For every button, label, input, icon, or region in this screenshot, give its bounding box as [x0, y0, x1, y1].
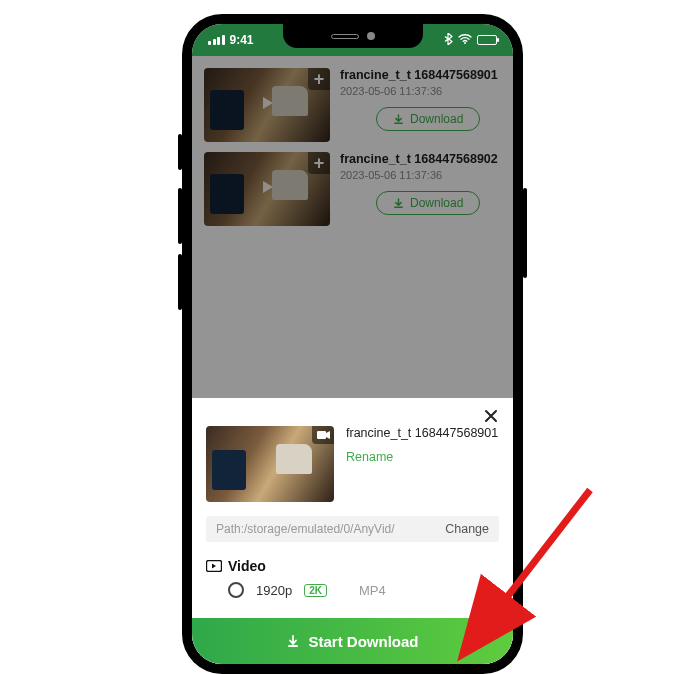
mute-switch [178, 134, 182, 170]
rename-button[interactable]: Rename [346, 450, 393, 464]
path-display: Path:/storage/emulated/0/AnyVid/ [216, 522, 445, 536]
wifi-icon [458, 34, 472, 46]
sheet-title: francine_t_t 168447568901 [346, 426, 498, 440]
download-icon [286, 634, 300, 648]
start-download-label: Start Download [308, 633, 418, 650]
sheet-thumbnail [206, 426, 334, 502]
volume-up [178, 188, 182, 244]
notch [283, 24, 423, 48]
svg-rect-1 [317, 431, 326, 439]
change-path-button[interactable]: Change [445, 522, 489, 536]
svg-point-0 [464, 42, 466, 44]
resolution-label: 1920p [256, 583, 292, 598]
bluetooth-icon [444, 33, 453, 47]
battery-icon [477, 35, 497, 45]
status-time: 9:41 [230, 33, 254, 47]
resolution-option[interactable]: 1920p 2K MP4 [206, 574, 499, 612]
close-icon[interactable] [477, 402, 505, 430]
download-sheet: francine_t_t 168447568901 Rename Path:/s… [192, 398, 513, 664]
video-badge-icon [312, 426, 334, 444]
signal-icon [208, 35, 225, 45]
quality-badge: 2K [304, 584, 327, 597]
start-download-button[interactable]: Start Download [192, 618, 513, 664]
video-icon [206, 560, 222, 572]
radio-unchecked-icon [228, 582, 244, 598]
format-label: MP4 [359, 583, 386, 598]
path-row: Path:/storage/emulated/0/AnyVid/ Change [206, 516, 499, 542]
phone-frame: 9:41 + [182, 14, 523, 674]
screen: 9:41 + [192, 24, 513, 664]
power-button [523, 188, 527, 278]
video-section-header: Video [206, 558, 499, 574]
app-content: + francine_t_t 168447568901 2023-05-06 1… [192, 56, 513, 664]
volume-down [178, 254, 182, 310]
